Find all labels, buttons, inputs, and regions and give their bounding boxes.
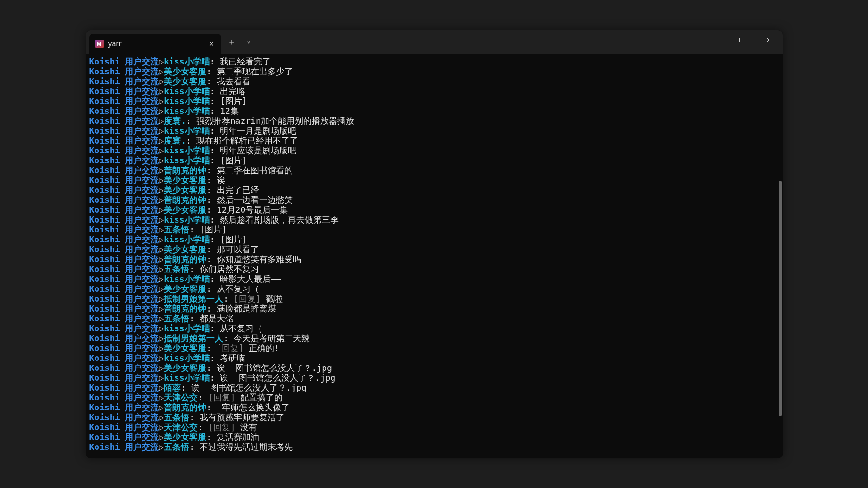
user-name: 美少女客服 bbox=[164, 205, 206, 215]
separator: : bbox=[210, 96, 220, 106]
message-text: 从不复习（ bbox=[217, 284, 259, 294]
minimize-button[interactable] bbox=[701, 30, 728, 54]
log-line: Koishi 用户交流▷kiss小学喵: 12集 bbox=[89, 106, 779, 116]
separator: : bbox=[206, 402, 217, 412]
message-text: [图片] bbox=[200, 224, 227, 234]
log-line: Koishi 用户交流▷kiss小学喵: 明年应该是剧场版吧 bbox=[89, 145, 779, 155]
message-text: 从不复习（ bbox=[220, 323, 262, 333]
message-text: 我已经看完了 bbox=[220, 56, 271, 66]
message-text: 正确的! bbox=[249, 343, 279, 353]
arrow-icon: ▷ bbox=[159, 442, 164, 452]
channel-name: Koishi 用户交流 bbox=[89, 145, 159, 155]
user-name: kiss小学喵 bbox=[164, 353, 210, 363]
channel-name: Koishi 用户交流 bbox=[89, 224, 159, 234]
separator: : bbox=[210, 155, 220, 165]
arrow-icon: ▷ bbox=[159, 313, 164, 323]
log-line: Koishi 用户交流▷普朗克的钟: 牢师怎么换头像了 bbox=[89, 402, 779, 412]
arrow-icon: ▷ bbox=[159, 353, 164, 363]
arrow-icon: ▷ bbox=[159, 422, 164, 432]
user-name: 美少女客服 bbox=[164, 343, 206, 353]
log-line: Koishi 用户交流▷美少女客服: 我去看看 bbox=[89, 76, 779, 86]
separator: : bbox=[206, 165, 217, 175]
log-line: Koishi 用户交流▷美少女客服: [回复] 正确的! bbox=[89, 343, 779, 353]
user-name: 天津公交 bbox=[164, 422, 198, 432]
message-text: 出完咯 bbox=[220, 86, 245, 96]
titlebar[interactable]: M yarn ✕ ＋ ▿ bbox=[86, 30, 783, 54]
arrow-icon: ▷ bbox=[159, 343, 164, 353]
arrow-icon: ▷ bbox=[159, 56, 164, 66]
arrow-icon: ▷ bbox=[159, 373, 164, 383]
user-name: kiss小学喵 bbox=[164, 155, 210, 165]
reply-tag: [回复] bbox=[217, 343, 249, 353]
log-line: Koishi 用户交流▷美少女客服: 那可以看了 bbox=[89, 244, 779, 254]
user-name: kiss小学喵 bbox=[164, 215, 210, 224]
message-text: 第二季现在出多少了 bbox=[217, 66, 293, 76]
message-text: 你们居然不复习 bbox=[200, 264, 259, 274]
message-text: 没有 bbox=[240, 422, 257, 432]
user-name: 五条悟 bbox=[164, 412, 189, 422]
separator: : bbox=[206, 363, 217, 373]
maximize-button[interactable] bbox=[728, 30, 755, 54]
close-tab-icon[interactable]: ✕ bbox=[207, 40, 216, 48]
user-name: kiss小学喵 bbox=[164, 274, 210, 284]
separator: : bbox=[206, 343, 217, 353]
channel-name: Koishi 用户交流 bbox=[89, 264, 159, 274]
arrow-icon: ▷ bbox=[159, 195, 164, 205]
user-name: 五条悟 bbox=[164, 224, 189, 234]
arrow-icon: ▷ bbox=[159, 66, 164, 76]
separator: : bbox=[206, 205, 217, 215]
arrow-icon: ▷ bbox=[159, 215, 164, 224]
separator: : bbox=[210, 373, 220, 383]
message-text: 明年应该是剧场版吧 bbox=[220, 145, 296, 155]
tab-dropdown-button[interactable]: ▿ bbox=[240, 33, 257, 50]
tabs-area: M yarn ✕ bbox=[86, 30, 221, 54]
channel-name: Koishi 用户交流 bbox=[89, 333, 159, 343]
close-window-button[interactable] bbox=[755, 30, 783, 54]
arrow-icon: ▷ bbox=[159, 333, 164, 343]
scrollbar-thumb[interactable] bbox=[779, 181, 782, 416]
arrow-icon: ▷ bbox=[159, 224, 164, 234]
terminal-output[interactable]: Koishi 用户交流▷kiss小学喵: 我已经看完了Koishi 用户交流▷美… bbox=[86, 54, 783, 458]
arrow-icon: ▷ bbox=[159, 412, 164, 422]
log-line: Koishi 用户交流▷五条悟: 不过我得先活过期末考先 bbox=[89, 442, 779, 452]
arrow-icon: ▷ bbox=[159, 165, 164, 175]
separator: : bbox=[210, 215, 220, 224]
message-text: 复活赛加油 bbox=[217, 432, 259, 442]
separator: : bbox=[210, 126, 220, 136]
arrow-icon: ▷ bbox=[159, 106, 164, 116]
separator: : bbox=[206, 76, 217, 86]
arrow-icon: ▷ bbox=[159, 294, 164, 304]
separator: : bbox=[223, 333, 234, 343]
separator: : bbox=[206, 432, 217, 442]
separator: : bbox=[206, 66, 217, 76]
user-name: 度寰. bbox=[164, 116, 186, 126]
user-name: 美少女客服 bbox=[164, 284, 206, 294]
arrow-icon: ▷ bbox=[159, 205, 164, 215]
user-name: 美少女客服 bbox=[164, 244, 206, 254]
separator: : bbox=[206, 254, 217, 264]
log-line: Koishi 用户交流▷陌蓉: 诶 图书馆怎么没人了？.jpg bbox=[89, 383, 779, 392]
channel-name: Koishi 用户交流 bbox=[89, 106, 159, 116]
message-text: 12月20号最后一集 bbox=[217, 205, 288, 215]
tab-yarn[interactable]: M yarn ✕ bbox=[89, 34, 221, 54]
log-line: Koishi 用户交流▷美少女客服: 复活赛加油 bbox=[89, 432, 779, 442]
arrow-icon: ▷ bbox=[159, 432, 164, 442]
separator: : bbox=[223, 294, 234, 304]
log-line: Koishi 用户交流▷美少女客服: 第二季现在出多少了 bbox=[89, 66, 779, 76]
log-line: Koishi 用户交流▷度寰.: 现在那个解析已经用不了了 bbox=[89, 136, 779, 145]
log-line: Koishi 用户交流▷普朗克的钟: 满脸都是蜂窝煤 bbox=[89, 304, 779, 313]
separator: : bbox=[198, 422, 208, 432]
log-line: Koishi 用户交流▷五条悟: 我有预感牢师要复活了 bbox=[89, 412, 779, 422]
message-text: 暗影大人最后—— bbox=[220, 274, 281, 284]
new-tab-button[interactable]: ＋ bbox=[223, 33, 240, 50]
log-line: Koishi 用户交流▷五条悟: 你们居然不复习 bbox=[89, 264, 779, 274]
log-line: Koishi 用户交流▷美少女客服: 诶 图书馆怎么没人了？.jpg bbox=[89, 363, 779, 373]
separator: : bbox=[206, 244, 217, 254]
arrow-icon: ▷ bbox=[159, 254, 164, 264]
message-text: 诶 图书馆怎么没人了？.jpg bbox=[217, 363, 332, 373]
user-name: 普朗克的钟 bbox=[164, 195, 206, 205]
message-text: 12集 bbox=[220, 106, 239, 116]
channel-name: Koishi 用户交流 bbox=[89, 343, 159, 353]
message-text: 第二季在图书馆看的 bbox=[217, 165, 293, 175]
channel-name: Koishi 用户交流 bbox=[89, 412, 159, 422]
